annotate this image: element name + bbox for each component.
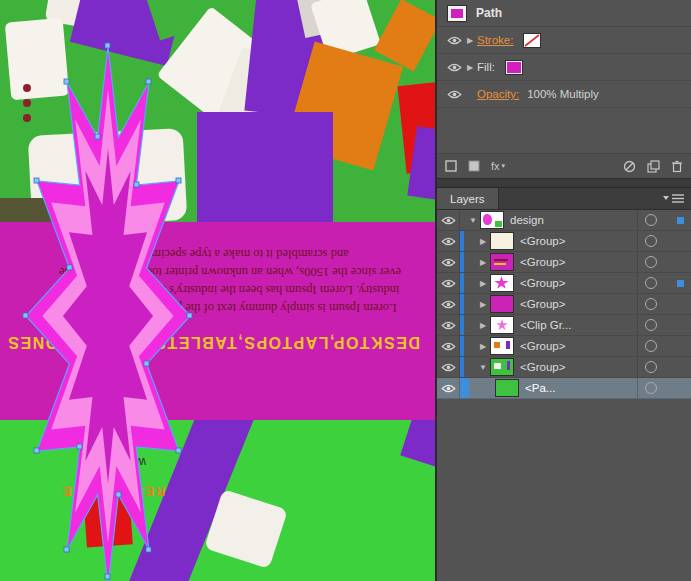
- appearance-header: Path: [437, 0, 691, 27]
- appearance-panel: Path ▶ Stroke: ▶ Fill:: [437, 0, 691, 178]
- layer-row-group[interactable]: ▶ <Group>: [437, 273, 691, 294]
- opacity-row[interactable]: Opacity: 100% Multiply: [437, 81, 691, 108]
- layer-row-group[interactable]: ▶ <Group>: [437, 336, 691, 357]
- target-circle[interactable]: [645, 340, 657, 352]
- layers-panel: Layers ▼ design: [437, 188, 691, 581]
- opacity-value: 100% Multiply: [527, 88, 599, 100]
- layer-row-group[interactable]: ▼ <Group>: [437, 357, 691, 378]
- appearance-toolbar: fx▾: [437, 153, 691, 178]
- visibility-toggle-icon[interactable]: [437, 336, 460, 356]
- add-new-fill-icon[interactable]: [468, 160, 480, 172]
- expand-triangle-icon[interactable]: ▶: [476, 321, 490, 330]
- trash-icon[interactable]: [671, 160, 683, 173]
- disclosure-triangle-icon[interactable]: ▶: [463, 36, 477, 45]
- fill-swatch-magenta[interactable]: [505, 60, 523, 75]
- layer-thumbnail[interactable]: [495, 379, 519, 397]
- tab-layers[interactable]: Layers: [437, 188, 499, 209]
- target-circle[interactable]: [645, 214, 657, 226]
- target-circle[interactable]: [645, 382, 657, 394]
- expand-triangle-icon[interactable]: ▼: [476, 363, 490, 372]
- target-circle[interactable]: [645, 277, 657, 289]
- layer-color-bar: [460, 294, 464, 314]
- layer-thumbnail[interactable]: [490, 274, 514, 292]
- stroke-link[interactable]: Stroke:: [477, 34, 513, 46]
- eye-icon[interactable]: [445, 36, 463, 45]
- visibility-toggle-icon[interactable]: [437, 294, 460, 314]
- eye-icon[interactable]: [445, 90, 463, 99]
- object-type-label: Path: [476, 6, 502, 20]
- expand-triangle-icon[interactable]: ▶: [476, 342, 490, 351]
- disclosure-triangle-icon[interactable]: ▶: [463, 63, 477, 72]
- expand-triangle-icon[interactable]: ▶: [476, 237, 490, 246]
- expand-triangle-icon[interactable]: ▶: [476, 279, 490, 288]
- document-canvas[interactable]: DESKTOP,LAPTOPS,TABLETS,SMARTPHONES Lore…: [0, 0, 435, 581]
- target-circle[interactable]: [645, 361, 657, 373]
- target-circle[interactable]: [645, 235, 657, 247]
- visibility-toggle-icon[interactable]: [437, 231, 460, 251]
- layer-thumbnail[interactable]: [480, 211, 504, 229]
- layer-row-clip-group[interactable]: ▶ <Clip Gr...: [437, 315, 691, 336]
- selection-indicator[interactable]: [677, 280, 684, 287]
- stroke-row[interactable]: ▶ Stroke:: [437, 27, 691, 54]
- layer-thumbnail[interactable]: [490, 358, 514, 376]
- stroke-swatch-none[interactable]: [523, 33, 541, 48]
- expand-triangle-icon[interactable]: ▶: [476, 258, 490, 267]
- target-circle[interactable]: [645, 298, 657, 310]
- visibility-toggle-icon[interactable]: [437, 252, 460, 272]
- fill-row[interactable]: ▶ Fill:: [437, 54, 691, 81]
- duplicate-item-icon[interactable]: [647, 160, 660, 173]
- object-thumbnail: [447, 5, 467, 22]
- clear-appearance-icon[interactable]: [623, 160, 636, 173]
- layer-row-group[interactable]: ▶ <Group>: [437, 231, 691, 252]
- layer-color-bar: [460, 252, 464, 272]
- visibility-toggle-icon[interactable]: [437, 315, 460, 335]
- panel-dock: Path ▶ Stroke: ▶ Fill:: [435, 0, 691, 581]
- layer-thumbnail[interactable]: [490, 232, 514, 250]
- layer-color-bar: [460, 357, 464, 377]
- target-circle[interactable]: [645, 256, 657, 268]
- layer-color-bar: [460, 378, 469, 398]
- eye-icon[interactable]: [445, 63, 463, 72]
- opacity-link[interactable]: Opacity:: [477, 88, 519, 100]
- layer-thumbnail[interactable]: [490, 295, 514, 313]
- layer-list: ▼ design ▶ <Group>: [437, 210, 691, 581]
- fill-label[interactable]: Fill:: [477, 61, 495, 73]
- visibility-toggle-icon[interactable]: [437, 378, 460, 398]
- target-circle[interactable]: [645, 319, 657, 331]
- layer-row-path-selected[interactable]: <Pa...: [437, 378, 691, 399]
- layer-row-group[interactable]: ▶ <Group>: [437, 252, 691, 273]
- add-new-stroke-icon[interactable]: [445, 160, 457, 172]
- visibility-toggle-icon[interactable]: [437, 210, 460, 230]
- layer-color-bar: [460, 273, 464, 293]
- visibility-toggle-icon[interactable]: [437, 357, 460, 377]
- add-new-effect-icon[interactable]: fx▾: [491, 160, 505, 172]
- layer-color-bar: [460, 231, 464, 251]
- panel-menu-icon[interactable]: [663, 188, 691, 209]
- layer-thumbnail[interactable]: [490, 337, 514, 355]
- layer-row-group[interactable]: ▶ <Group>: [437, 294, 691, 315]
- layers-tabbar: Layers: [437, 188, 691, 210]
- visibility-toggle-icon[interactable]: [437, 273, 460, 293]
- layer-thumbnail[interactable]: [490, 316, 514, 334]
- expand-triangle-icon[interactable]: ▼: [466, 216, 480, 225]
- selected-star-shape[interactable]: [0, 0, 435, 581]
- expand-triangle-icon[interactable]: ▶: [476, 300, 490, 309]
- layer-color-bar: [460, 315, 464, 335]
- layer-row-design[interactable]: ▼ design: [437, 210, 691, 231]
- layer-color-bar: [460, 336, 464, 356]
- selection-indicator[interactable]: [677, 217, 684, 224]
- panel-divider[interactable]: [437, 178, 691, 188]
- layer-thumbnail[interactable]: [490, 253, 514, 271]
